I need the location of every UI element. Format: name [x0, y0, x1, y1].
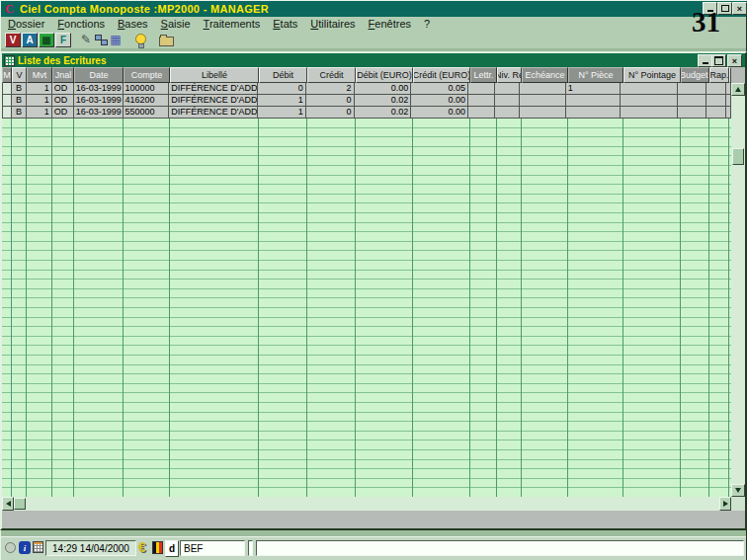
cell-rap[interactable]	[706, 95, 726, 107]
column-header-ech-ance[interactable]: Echéance	[522, 67, 568, 83]
cell-budget[interactable]	[678, 83, 706, 95]
cell-mvt[interactable]: 1	[27, 83, 52, 95]
cell-d-bit[interactable]: 0	[258, 83, 306, 95]
menu-item-utilitaires[interactable]: Utilitaires	[310, 18, 355, 30]
cell-d-bit-euro[interactable]: 0.00	[355, 83, 412, 95]
column-header-d-bit-euro[interactable]: Débit (EURO)	[356, 67, 413, 83]
column-header-d-bit[interactable]: Débit	[259, 67, 307, 83]
cell-budget[interactable]	[678, 107, 706, 119]
cell-libell[interactable]: DIFFÉRENCE D'ADDITION	[169, 95, 258, 107]
scroll-right-button[interactable]	[719, 497, 731, 511]
menu-item-fonctions[interactable]: Fonctions	[57, 18, 105, 30]
cell-m[interactable]	[2, 107, 12, 119]
cell-d-bit[interactable]: 1	[258, 95, 306, 107]
info-icon[interactable]: i	[19, 541, 31, 554]
scroll-left-button[interactable]	[2, 497, 14, 511]
cell-v[interactable]: B	[12, 83, 27, 95]
column-header-cr-dit[interactable]: Crédit	[307, 67, 356, 83]
cell-n-pi-ce[interactable]: 1	[566, 83, 622, 95]
column-header-n-pointage[interactable]: N° Pointage	[623, 67, 681, 83]
cell-cr-dit-euro[interactable]: 0.05	[411, 83, 468, 95]
cell-ech-ance[interactable]	[520, 107, 566, 119]
column-header-n-pi-ce[interactable]: N° Pièce	[568, 67, 623, 83]
cell-jnal[interactable]: OD	[52, 83, 74, 95]
pencil-icon[interactable]: ✎	[79, 32, 93, 47]
cell-lettr[interactable]	[468, 83, 495, 95]
cell-m[interactable]	[2, 83, 12, 95]
cell-jnal[interactable]: OD	[52, 107, 74, 119]
column-header-compte[interactable]: Compte	[124, 67, 170, 83]
letter-f-icon[interactable]: F	[55, 32, 71, 47]
folder-icon[interactable]	[159, 32, 174, 47]
vertical-scroll-thumb[interactable]	[732, 148, 744, 165]
cell-v[interactable]: B	[12, 95, 27, 107]
cell-niv-re[interactable]	[495, 95, 520, 107]
cell-libell[interactable]: DIFFÉRENCE D'ADDITION	[169, 83, 258, 95]
cell-cr-dit[interactable]: 0	[306, 95, 355, 107]
cell-mvt[interactable]: 1	[27, 95, 52, 107]
cell-compte[interactable]: 100000	[124, 83, 170, 95]
child-close-button[interactable]: ×	[727, 54, 742, 67]
menu-item-fen-tres[interactable]: Fenêtres	[369, 18, 411, 30]
letter-v-icon[interactable]: V	[5, 32, 21, 47]
column-header-lettr[interactable]: Lettr.	[470, 67, 497, 83]
column-header-niv-re[interactable]: Niv. Re	[497, 67, 522, 83]
cell-cr-dit-euro[interactable]: 0.00	[411, 107, 468, 119]
column-header-blank[interactable]	[729, 67, 731, 83]
cell-ech-ance[interactable]	[520, 95, 566, 107]
table-row[interactable]: B1OD16-03-1999100000DIFFÉRENCE D'ADDITIO…	[2, 83, 731, 95]
cell-n-pi-ce[interactable]	[566, 95, 622, 107]
column-header-mvt[interactable]: Mvt	[27, 67, 52, 83]
statusbar-splitter[interactable]	[248, 540, 253, 556]
cell-cr-dit[interactable]: 0	[306, 107, 355, 119]
blue-table-icon[interactable]: ▦	[109, 32, 123, 47]
column-header-date[interactable]: Date	[74, 67, 124, 83]
cell-libell[interactable]: DIFFÉRENCE D'ADDITION	[169, 107, 258, 119]
cell-cr-dit-euro[interactable]: 0.00	[411, 95, 468, 107]
cell-niv-re[interactable]	[495, 107, 520, 119]
table-row[interactable]: B1OD16-03-1999550000DIFFÉRENCE D'ADDITIO…	[2, 107, 731, 119]
horizontal-scroll-thumb[interactable]	[14, 498, 26, 510]
cell-v[interactable]: B	[12, 107, 27, 119]
cell-rap[interactable]	[706, 83, 726, 95]
cell-n-pi-ce[interactable]	[566, 107, 622, 119]
calendar-icon[interactable]	[33, 541, 43, 553]
menu-item-bases[interactable]: Bases	[118, 18, 148, 30]
menu-item-traitements[interactable]: Traitements	[204, 18, 261, 30]
column-header-libell[interactable]: Libellé	[170, 67, 259, 83]
cell-n-pointage[interactable]	[621, 95, 678, 107]
currency-field[interactable]: BEF	[180, 540, 245, 556]
menu-item-dossier[interactable]: Dossier	[8, 18, 44, 30]
cell-compte[interactable]: 550000	[124, 107, 170, 119]
menu-item-etats[interactable]: Etats	[273, 18, 297, 30]
cell-rap[interactable]	[706, 107, 726, 119]
scroll-down-button[interactable]	[731, 484, 745, 497]
lightbulb-icon[interactable]	[133, 32, 147, 47]
cell-cr-dit[interactable]: 2	[306, 83, 355, 95]
cell-budget[interactable]	[678, 95, 706, 107]
devise-button[interactable]: d	[165, 540, 179, 557]
euro-icon[interactable]: €	[138, 539, 146, 555]
cell-ech-ance[interactable]	[520, 83, 566, 95]
cell-date[interactable]: 16-03-1999	[74, 95, 124, 107]
column-header-m[interactable]: M	[2, 67, 12, 83]
column-header-cr-dit-euro[interactable]: Crédit (EURO)	[413, 67, 470, 83]
letter-a-icon[interactable]: A	[22, 32, 38, 47]
cell-mvt[interactable]: 1	[27, 107, 52, 119]
vertical-scrollbar[interactable]	[731, 83, 745, 497]
close-button[interactable]: ×	[732, 2, 747, 15]
column-header-v[interactable]: V	[12, 67, 27, 83]
table-row[interactable]: B1OD16-03-1999416200DIFFÉRENCE D'ADDITIO…	[2, 95, 731, 107]
cell-compte[interactable]: 416200	[124, 95, 170, 107]
cell-niv-re[interactable]	[495, 83, 520, 95]
child-maximize-button[interactable]	[711, 54, 726, 67]
cell-lettr[interactable]	[468, 107, 495, 119]
cell-d-bit-euro[interactable]: 0.02	[355, 95, 412, 107]
cell-date[interactable]: 16-03-1999	[74, 83, 124, 95]
column-header-jnal[interactable]: Jnal	[52, 67, 74, 83]
cell-date[interactable]: 16-03-1999	[74, 107, 124, 119]
links-icon[interactable]	[94, 32, 108, 47]
column-header-budget[interactable]: Budget.	[681, 67, 709, 83]
cell-jnal[interactable]: OD	[52, 95, 74, 107]
cell-n-pointage[interactable]	[621, 107, 678, 119]
